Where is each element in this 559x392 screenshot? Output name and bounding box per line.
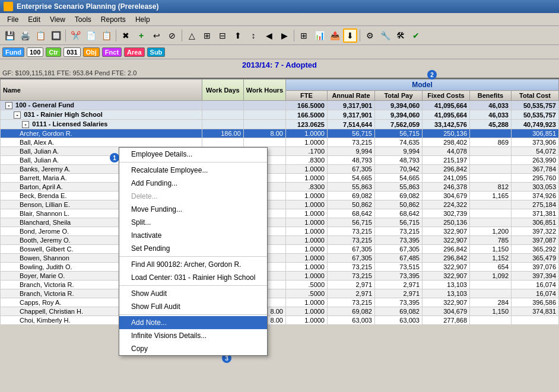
tb-cut-btn[interactable]: ✂️ <box>68 28 82 43</box>
row-total-cost: 365,292 <box>512 245 559 254</box>
row-fte: .5000 <box>286 289 328 298</box>
tb-paste-btn[interactable]: 📋 <box>99 28 113 43</box>
table-row[interactable]: Branch, Victoria R..50002,9712,97113,103… <box>1 281 559 289</box>
ctx-item-6[interactable]: Split... <box>119 216 267 229</box>
tb-expand-btn[interactable]: ⊞ <box>200 28 214 43</box>
row-annual-rate: 67,305 <box>328 254 375 263</box>
filter-sub[interactable]: Sub <box>147 47 166 57</box>
tb-config-btn[interactable]: 🔧 <box>378 28 392 43</box>
tb-export-btn[interactable]: 📤 <box>328 28 342 43</box>
row-fixed-costs: 296,842 <box>423 245 470 254</box>
ctx-item-2[interactable]: Recalculate Employee... <box>119 164 267 177</box>
tb-delete-btn[interactable]: ✖ <box>119 28 133 43</box>
header-row: 2013/14: 7 - Adopted GF: $109,115,181 FT… <box>0 59 559 79</box>
col-header-model: Model <box>286 79 559 91</box>
ctx-item-4[interactable]: Delete... <box>119 190 267 203</box>
ctx-item-13[interactable]: Show Audit <box>119 287 267 300</box>
tb-left-btn[interactable]: ◀ <box>262 28 276 43</box>
tb-print-btn[interactable]: 🖨️ <box>18 28 32 43</box>
table-row[interactable]: Chappell, Christian H.186.008.001.000069… <box>1 307 559 316</box>
tb-save-btn[interactable]: 💾 <box>2 28 17 43</box>
ctx-item-18[interactable]: Copy <box>119 342 267 355</box>
table-row[interactable]: Ball, Alex A.1.000073,21574,635298,40286… <box>1 138 559 147</box>
row-fixed-costs: 215,197 <box>423 156 470 165</box>
table-row[interactable]: Bond, Jerome O.1.000073,21573,215322,907… <box>1 227 559 236</box>
row-fixed-costs: 13,103 <box>423 281 470 289</box>
tb-highlight-btn[interactable]: ⬇ <box>343 28 357 43</box>
tb-undo-btn[interactable]: ↩ <box>150 28 164 43</box>
tb-settings-btn[interactable]: ⚙ <box>363 28 377 43</box>
ctx-item-10[interactable]: Find All 900182: Archer, Gordon R. <box>119 258 267 271</box>
table-row[interactable]: Branch, Victoria R..50002,9712,97113,103… <box>1 289 559 298</box>
table-row[interactable]: - 031 - Rainier High School166.50009,317… <box>1 110 559 120</box>
row-fte: 1.0000 <box>286 138 328 147</box>
ctx-item-0[interactable]: Employee Details... <box>119 148 267 161</box>
ctx-item-11[interactable]: Load Center: 031 - Rainier High School <box>119 271 267 284</box>
table-row[interactable]: Boswell, Gilbert C.1.000067,30567,305296… <box>1 245 559 254</box>
table-row[interactable]: Ball, Julian A..830048,79348,793215,1972… <box>1 156 559 165</box>
ctx-item-3[interactable]: Add Funding... <box>119 177 267 190</box>
tb-tools-btn[interactable]: 🛠 <box>393 28 408 43</box>
table-row[interactable]: Beck, Brenda E.1.000069,08269,082304,679… <box>1 192 559 200</box>
row-total-pay: 48,793 <box>375 156 423 165</box>
row-fte: 1.0000 <box>286 227 328 236</box>
menu-file[interactable]: File <box>2 14 23 25</box>
filter-fund-num[interactable]: 100 <box>27 47 43 57</box>
filter-fund[interactable]: Fund <box>2 47 24 57</box>
table-row[interactable]: Barton, April A..830055,86355,863246,378… <box>1 183 559 192</box>
table-row[interactable]: Blanchard, Sheila1.000056,71556,715250,1… <box>1 218 559 227</box>
menu-view[interactable]: View <box>45 14 70 25</box>
table-row[interactable]: Choi, Kimberly H.186.008.001.000063,0036… <box>1 316 559 325</box>
tb-updown-btn[interactable]: ↕ <box>246 28 261 43</box>
tb-preview-btn[interactable]: 📋 <box>33 28 47 43</box>
table-row[interactable]: Ball, Julian A..17009,9949,99444,07854,0… <box>1 147 559 156</box>
table-row[interactable]: Benson, Lillian E.1.000050,86250,862224,… <box>1 200 559 209</box>
tb-grid-btn[interactable]: ⊞ <box>297 28 311 43</box>
filter-obj[interactable]: Obj <box>83 47 100 57</box>
row-fixed-costs: 250,136 <box>423 129 470 138</box>
table-row[interactable]: Bowling, Judith O.1.000073,21573,515322,… <box>1 263 559 272</box>
filter-area[interactable]: Area <box>124 47 144 57</box>
menu-tools[interactable]: Tools <box>70 14 96 25</box>
row-annual-rate: 2,971 <box>328 281 375 289</box>
ctx-item-14[interactable]: Show Full Audit <box>119 300 267 313</box>
tb-triangle-btn[interactable]: △ <box>185 28 199 43</box>
tb-btn3[interactable]: 🔲 <box>49 28 63 43</box>
table-row[interactable]: Capps, Roy A.1.000073,21573,395322,90728… <box>1 298 559 307</box>
tb-right-btn[interactable]: ▶ <box>277 28 291 43</box>
tb-cancel-btn[interactable]: ⊘ <box>165 28 179 43</box>
data-grid[interactable]: Name Work Days Work Hours Model FTE Annu… <box>0 79 559 392</box>
tb-up-btn[interactable]: ⬆ <box>231 28 245 43</box>
menu-edit[interactable]: Edit <box>23 14 45 25</box>
table-row[interactable]: Blair, Shannon L.1.000068,64268,642302,7… <box>1 209 559 218</box>
tb-collapse-btn[interactable]: ⊟ <box>215 28 230 43</box>
row-annual-rate: 69,082 <box>328 307 375 316</box>
ctx-item-17[interactable]: Infinite Visions Details... <box>119 329 267 342</box>
row-fixed-costs: 250,136 <box>423 218 470 227</box>
filter-ctr[interactable]: Ctr <box>46 47 61 57</box>
tb-check-btn[interactable]: ✔ <box>409 28 423 43</box>
ctx-item-8[interactable]: Set Pending <box>119 242 267 255</box>
row-fte: 1.0000 <box>286 218 328 227</box>
table-row[interactable]: - 0111 - Licensed Salaries123.06257,514,… <box>1 120 559 129</box>
table-row[interactable]: Barrett, Maria A.1.000054,66554,665241,0… <box>1 174 559 183</box>
ctx-item-5[interactable]: Move Funding... <box>119 203 267 216</box>
col-header-name: Name <box>1 79 202 101</box>
row-benefits: 284 <box>470 298 512 307</box>
filter-ctr-num[interactable]: 031 <box>63 47 80 57</box>
menu-help[interactable]: Help <box>131 14 155 25</box>
tb-chart-btn[interactable]: 📊 <box>312 28 326 43</box>
filter-fnct[interactable]: Fnct <box>102 47 122 57</box>
table-row[interactable]: Banks, Jeremy A.1.000067,30570,942296,84… <box>1 165 559 174</box>
row-total-cost: 397,394 <box>512 272 559 281</box>
table-row[interactable]: Bowen, Shannon1.000067,30567,485296,8421… <box>1 254 559 263</box>
table-row[interactable]: Booth, Jeremy O.1.000073,21573,395322,90… <box>1 236 559 245</box>
ctx-item-7[interactable]: Inactivate <box>119 229 267 242</box>
ctx-item-16[interactable]: Add Note... <box>119 316 267 329</box>
tb-add-btn[interactable]: + <box>134 28 148 43</box>
menu-reports[interactable]: Reports <box>96 14 131 25</box>
tb-copy-btn[interactable]: 📄 <box>84 28 98 43</box>
table-row[interactable]: Boyer, Marie O.1.000073,21573,395322,907… <box>1 272 559 281</box>
table-row[interactable]: - 100 - General Fund166.50009,317,9019,3… <box>1 101 559 110</box>
table-row[interactable]: Archer, Gordon R.186.008.001.000056,7155… <box>1 129 559 138</box>
